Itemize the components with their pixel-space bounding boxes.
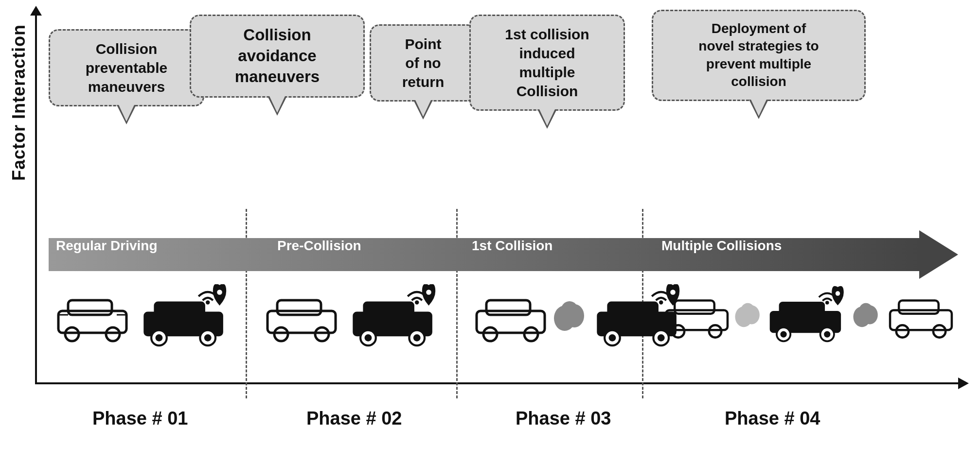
bubble-3-text: Pointof noreturn (402, 36, 445, 90)
svg-point-3 (106, 327, 120, 341)
divider-1 (246, 209, 247, 398)
svg-point-47 (741, 303, 755, 319)
bubble-5-text: Deployment ofnovel strategies toprevent … (698, 21, 819, 89)
svg-point-25 (413, 334, 421, 342)
svg-rect-15 (277, 300, 321, 315)
bubble-5: Deployment ofnovel strategies toprevent … (652, 10, 866, 101)
phase-num-2: Phase # 02 (306, 408, 402, 429)
impact-cloud-1 (552, 292, 591, 340)
svg-rect-51 (779, 302, 825, 314)
phase-num-1: Phase # 01 (92, 408, 188, 429)
svg-point-16 (274, 327, 288, 341)
bubble-5-tail-inner (751, 100, 766, 116)
svg-point-43 (672, 325, 684, 337)
divider-2 (456, 209, 458, 398)
y-axis-arrow (35, 15, 37, 384)
segment-label-4: Multiple Collisions (661, 238, 782, 254)
bubble-2-tail-inner (269, 96, 285, 113)
svg-point-28 (483, 327, 497, 341)
svg-point-6 (206, 300, 210, 304)
y-axis-label: Factor Interaction (9, 24, 29, 181)
svg-point-13 (204, 334, 212, 342)
svg-point-17 (315, 327, 329, 341)
x-axis-arrow (35, 382, 959, 384)
impact-cloud-3 (852, 293, 884, 337)
svg-point-29 (524, 327, 538, 341)
svg-rect-1 (68, 300, 112, 315)
car-8-dark (767, 284, 850, 345)
phase-2-cars (263, 284, 443, 347)
svg-point-49 (836, 291, 840, 295)
svg-rect-21 (363, 301, 414, 316)
bubble-2: Collisionavoidancemaneuvers (190, 15, 365, 98)
car-9-outline (886, 287, 956, 343)
car-7-outline (661, 287, 732, 343)
bubble-4-text: 1st collisioninducedmultipleCollision (505, 26, 589, 99)
svg-rect-60 (899, 301, 939, 314)
car-1-outline (53, 287, 131, 345)
phase-num-4: Phase # 04 (725, 408, 820, 429)
svg-point-11 (156, 334, 163, 342)
phase-3-cars (472, 284, 687, 347)
phase-num-3: Phase # 03 (516, 408, 611, 429)
bubble-3: Pointof noreturn (370, 24, 477, 102)
car-2-dark (141, 284, 233, 347)
svg-point-19 (426, 290, 431, 295)
bubble-3-tail-inner (415, 100, 431, 117)
svg-point-38 (609, 334, 616, 342)
svg-point-61 (896, 325, 909, 337)
car-3-outline (263, 287, 340, 345)
svg-rect-9 (154, 301, 205, 316)
segment-label-3: 1st Collision (472, 238, 552, 254)
svg-rect-42 (675, 301, 714, 314)
bubble-2-text: Collisionavoidancemaneuvers (235, 26, 320, 86)
svg-point-32 (561, 301, 578, 321)
svg-rect-36 (607, 301, 659, 316)
phase-4-cars (661, 284, 956, 345)
car-5-outline (472, 287, 550, 345)
bubble-1-tail-inner (119, 105, 134, 121)
svg-point-2 (65, 327, 79, 341)
segment-label-2: Pre-Collision (277, 238, 361, 254)
svg-point-18 (415, 300, 419, 304)
segment-label-1: Regular Driving (56, 238, 157, 254)
phase-1-cars (53, 284, 233, 347)
bubble-1-text: Collisionpreventablemaneuvers (86, 41, 167, 95)
svg-point-7 (217, 290, 222, 295)
svg-point-58 (859, 303, 873, 319)
timeline-arrowhead (919, 230, 958, 279)
svg-point-48 (825, 301, 829, 305)
svg-point-55 (824, 331, 830, 338)
svg-point-23 (365, 334, 372, 342)
diagram-container: Factor Interaction Regular Driving Pre-C… (0, 0, 980, 463)
car-4-dark (350, 284, 443, 347)
impact-cloud-2 (734, 293, 766, 337)
bubble-4: 1st collisioninducedmultipleCollision (469, 15, 625, 111)
svg-rect-27 (486, 300, 530, 315)
svg-point-62 (933, 325, 945, 337)
svg-point-53 (780, 331, 786, 338)
svg-point-44 (709, 325, 721, 337)
bubble-1: Collisionpreventablemaneuvers (49, 29, 204, 106)
bubble-4-tail-inner (539, 109, 555, 126)
